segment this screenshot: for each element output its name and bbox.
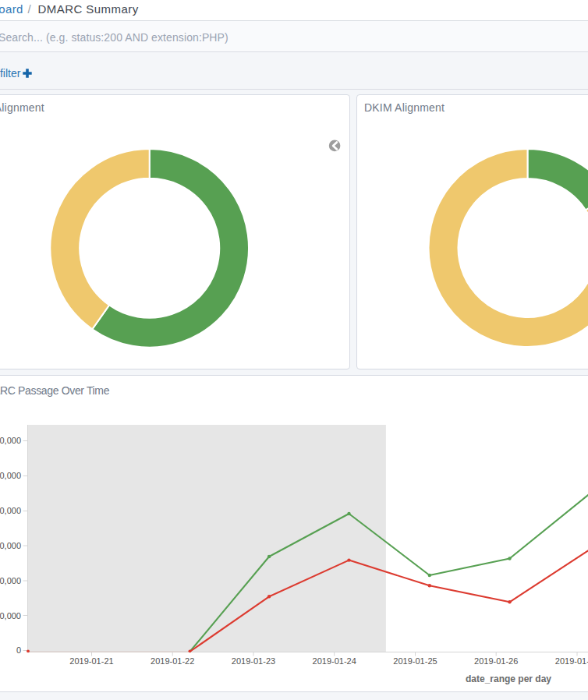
svg-text:date_range per day: date_range per day bbox=[466, 673, 551, 684]
svg-text:2019-01-27: 2019-01-27 bbox=[555, 656, 588, 666]
svg-text:200,000: 200,000 bbox=[0, 506, 21, 515]
svg-text:2019-01-26: 2019-01-26 bbox=[474, 656, 518, 666]
svg-text:100,000: 100,000 bbox=[0, 576, 21, 585]
svg-text:2019-01-25: 2019-01-25 bbox=[393, 656, 437, 666]
svg-text:50,000: 50,000 bbox=[0, 611, 21, 620]
svg-text:300,000: 300,000 bbox=[0, 436, 21, 445]
svg-text:150,000: 150,000 bbox=[0, 541, 21, 550]
svg-text:2019-01-23: 2019-01-23 bbox=[232, 656, 275, 666]
svg-text:2019-01-21: 2019-01-21 bbox=[69, 656, 113, 666]
svg-text:2019-01-22: 2019-01-22 bbox=[151, 656, 194, 666]
svg-text:250,000: 250,000 bbox=[0, 471, 21, 480]
svg-text:2019-01-24: 2019-01-24 bbox=[313, 656, 356, 666]
svg-text:0: 0 bbox=[16, 645, 21, 655]
